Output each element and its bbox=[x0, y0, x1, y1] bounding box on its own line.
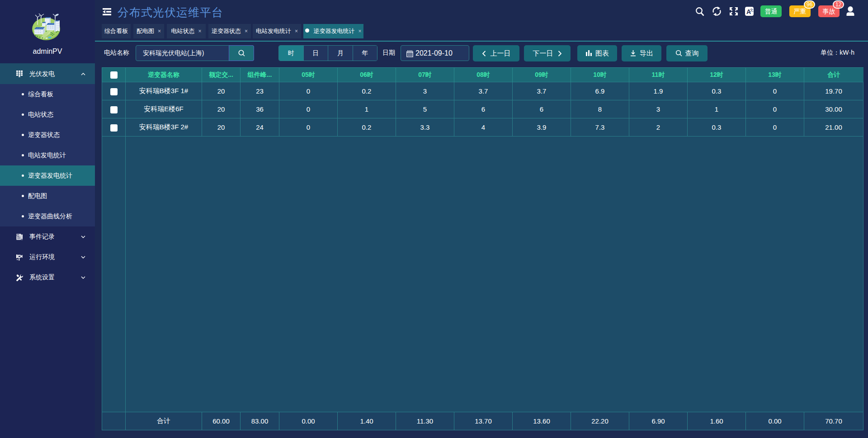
svg-text:文: 文 bbox=[750, 8, 754, 12]
